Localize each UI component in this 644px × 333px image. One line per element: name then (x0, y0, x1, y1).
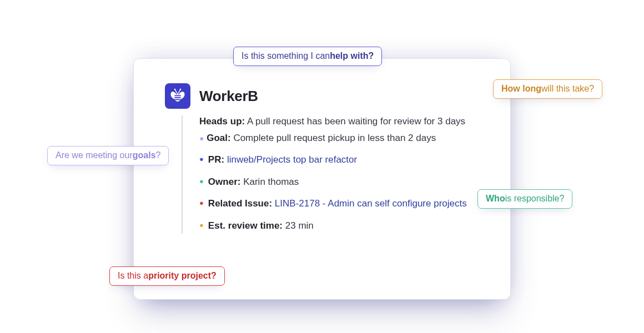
callout-priority: Is this a priority project? (109, 266, 225, 286)
bullet-dot-icon: ● (199, 196, 204, 210)
svg-line-2 (175, 89, 177, 93)
card-content: Heads up: A pull request has been waitin… (199, 114, 479, 233)
callout-who: Who is responsible? (477, 189, 572, 209)
bee-icon (168, 85, 187, 107)
callout-text-bold: How long (501, 84, 541, 93)
heads-up-text: A pull request has been waiting for revi… (245, 116, 465, 127)
app-avatar (165, 83, 190, 109)
bullet-dot-icon: ● (199, 153, 204, 166)
callout-text-bold: Who (486, 194, 505, 203)
timeline-rail-col (165, 114, 199, 233)
est-value: 23 min (285, 220, 314, 231)
goal-text: Complete pull request pickup in less tha… (231, 133, 436, 143)
issue-row: ● Related Issue: LINB-2178 - Admin can s… (199, 196, 479, 211)
heads-up-label: Heads up: (199, 116, 245, 127)
callout-text-bold: help with? (330, 52, 374, 60)
pr-row: ● PR: linweb/Projects top bar refactor (199, 153, 479, 167)
svg-line-3 (178, 89, 180, 93)
pr-label: PR: (208, 154, 224, 165)
callout-text-bold: priority project? (148, 271, 217, 280)
issue-link[interactable]: LINB-2178 - Admin can self configure pro… (275, 198, 467, 209)
pr-link[interactable]: linweb/Projects top bar refactor (227, 154, 357, 165)
issue-label: Related Issue: (208, 198, 272, 209)
card-header: WorkerB (165, 83, 479, 109)
est-row: ● Est. review time: 23 min (199, 219, 479, 233)
owner-label: Owner: (208, 176, 241, 187)
callout-text-bold: goals (133, 151, 156, 160)
heads-up-row: Heads up: A pull request has been waitin… (199, 114, 479, 129)
callout-help-with: Is this something I can help with? (233, 47, 382, 66)
est-label: Est. review time: (208, 220, 283, 231)
bullet-dot-icon: ● (199, 134, 204, 143)
callout-text-post: is responsible? (505, 194, 565, 203)
callout-goals: Are we meeting our goals? (47, 146, 169, 165)
callout-how-long: How long will this take? (493, 79, 602, 99)
bullet-dot-icon: ● (199, 175, 204, 188)
card-body: Heads up: A pull request has been waitin… (165, 114, 479, 233)
bullet-dot-icon: ● (199, 219, 204, 232)
callout-text-post: will this take? (541, 84, 594, 93)
message-card: WorkerB Heads up: A pull request has bee… (133, 58, 511, 300)
app-name: WorkerB (199, 88, 258, 105)
svg-point-8 (176, 93, 177, 94)
owner-row: ● Owner: Karin thomas (199, 175, 479, 189)
goal-row: ● Goal: Complete pull request pickup in … (199, 131, 479, 145)
callout-text-pre: Is this a (118, 271, 148, 280)
goal-label: Goal: (207, 133, 230, 143)
owner-value: Karin thomas (243, 176, 299, 187)
callout-text-pre: Are we meeting our (56, 151, 133, 160)
callout-text-pre: Is this something I can (242, 52, 330, 60)
timeline-rail (182, 115, 183, 234)
svg-point-9 (178, 93, 179, 94)
stage: WorkerB Heads up: A pull request has bee… (0, 0, 644, 333)
callout-text-post: ? (156, 151, 161, 160)
